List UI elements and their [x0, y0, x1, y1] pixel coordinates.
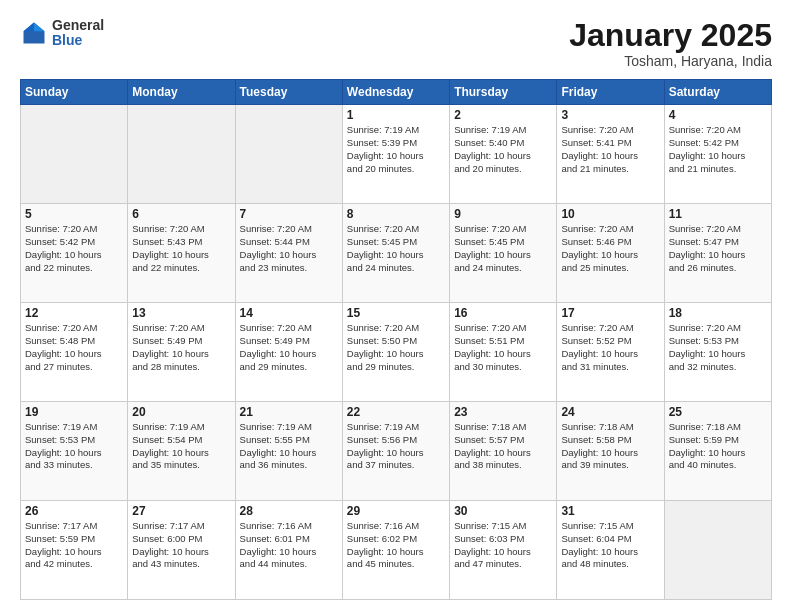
calendar-header-friday: Friday — [557, 80, 664, 105]
title-block: January 2025 Tosham, Haryana, India — [569, 18, 772, 69]
cell-date: 8 — [347, 207, 445, 221]
calendar-cell: 20Sunrise: 7:19 AM Sunset: 5:54 PM Dayli… — [128, 402, 235, 501]
cell-info: Sunrise: 7:19 AM Sunset: 5:55 PM Dayligh… — [240, 421, 338, 472]
cell-info: Sunrise: 7:20 AM Sunset: 5:53 PM Dayligh… — [669, 322, 767, 373]
cell-info: Sunrise: 7:20 AM Sunset: 5:50 PM Dayligh… — [347, 322, 445, 373]
cell-info: Sunrise: 7:20 AM Sunset: 5:52 PM Dayligh… — [561, 322, 659, 373]
cell-date: 24 — [561, 405, 659, 419]
calendar-cell: 24Sunrise: 7:18 AM Sunset: 5:58 PM Dayli… — [557, 402, 664, 501]
cell-date: 15 — [347, 306, 445, 320]
calendar-cell: 30Sunrise: 7:15 AM Sunset: 6:03 PM Dayli… — [450, 501, 557, 600]
cell-date: 19 — [25, 405, 123, 419]
cell-date: 11 — [669, 207, 767, 221]
cell-date: 14 — [240, 306, 338, 320]
calendar-cell — [664, 501, 771, 600]
calendar-cell: 18Sunrise: 7:20 AM Sunset: 5:53 PM Dayli… — [664, 303, 771, 402]
cell-info: Sunrise: 7:17 AM Sunset: 5:59 PM Dayligh… — [25, 520, 123, 571]
page: General Blue January 2025 Tosham, Haryan… — [0, 0, 792, 612]
cell-date: 17 — [561, 306, 659, 320]
calendar-cell: 11Sunrise: 7:20 AM Sunset: 5:47 PM Dayli… — [664, 204, 771, 303]
cell-date: 4 — [669, 108, 767, 122]
cell-info: Sunrise: 7:18 AM Sunset: 5:58 PM Dayligh… — [561, 421, 659, 472]
calendar-header-monday: Monday — [128, 80, 235, 105]
cell-date: 25 — [669, 405, 767, 419]
cell-info: Sunrise: 7:20 AM Sunset: 5:49 PM Dayligh… — [132, 322, 230, 373]
calendar-cell: 14Sunrise: 7:20 AM Sunset: 5:49 PM Dayli… — [235, 303, 342, 402]
cell-info: Sunrise: 7:20 AM Sunset: 5:45 PM Dayligh… — [454, 223, 552, 274]
cell-date: 2 — [454, 108, 552, 122]
cell-info: Sunrise: 7:17 AM Sunset: 6:00 PM Dayligh… — [132, 520, 230, 571]
calendar-cell: 7Sunrise: 7:20 AM Sunset: 5:44 PM Daylig… — [235, 204, 342, 303]
calendar-cell: 19Sunrise: 7:19 AM Sunset: 5:53 PM Dayli… — [21, 402, 128, 501]
logo-line1: General — [52, 18, 104, 33]
calendar-header-wednesday: Wednesday — [342, 80, 449, 105]
calendar-cell: 21Sunrise: 7:19 AM Sunset: 5:55 PM Dayli… — [235, 402, 342, 501]
cell-info: Sunrise: 7:19 AM Sunset: 5:53 PM Dayligh… — [25, 421, 123, 472]
main-title: January 2025 — [569, 18, 772, 53]
calendar-cell: 16Sunrise: 7:20 AM Sunset: 5:51 PM Dayli… — [450, 303, 557, 402]
calendar-cell: 23Sunrise: 7:18 AM Sunset: 5:57 PM Dayli… — [450, 402, 557, 501]
calendar-header-sunday: Sunday — [21, 80, 128, 105]
cell-info: Sunrise: 7:15 AM Sunset: 6:04 PM Dayligh… — [561, 520, 659, 571]
calendar-table: SundayMondayTuesdayWednesdayThursdayFrid… — [20, 79, 772, 600]
cell-date: 29 — [347, 504, 445, 518]
calendar-week-row: 19Sunrise: 7:19 AM Sunset: 5:53 PM Dayli… — [21, 402, 772, 501]
calendar-header-thursday: Thursday — [450, 80, 557, 105]
cell-date: 22 — [347, 405, 445, 419]
svg-marker-1 — [34, 23, 45, 32]
calendar-week-row: 1Sunrise: 7:19 AM Sunset: 5:39 PM Daylig… — [21, 105, 772, 204]
svg-marker-2 — [24, 23, 35, 32]
calendar-cell: 22Sunrise: 7:19 AM Sunset: 5:56 PM Dayli… — [342, 402, 449, 501]
calendar-cell: 25Sunrise: 7:18 AM Sunset: 5:59 PM Dayli… — [664, 402, 771, 501]
cell-date: 26 — [25, 504, 123, 518]
calendar-cell: 9Sunrise: 7:20 AM Sunset: 5:45 PM Daylig… — [450, 204, 557, 303]
calendar-cell — [21, 105, 128, 204]
calendar-cell: 8Sunrise: 7:20 AM Sunset: 5:45 PM Daylig… — [342, 204, 449, 303]
cell-info: Sunrise: 7:20 AM Sunset: 5:49 PM Dayligh… — [240, 322, 338, 373]
logo-line2: Blue — [52, 33, 104, 48]
cell-date: 10 — [561, 207, 659, 221]
cell-info: Sunrise: 7:16 AM Sunset: 6:02 PM Dayligh… — [347, 520, 445, 571]
calendar-cell: 10Sunrise: 7:20 AM Sunset: 5:46 PM Dayli… — [557, 204, 664, 303]
cell-date: 28 — [240, 504, 338, 518]
calendar-cell: 3Sunrise: 7:20 AM Sunset: 5:41 PM Daylig… — [557, 105, 664, 204]
calendar-header-row: SundayMondayTuesdayWednesdayThursdayFrid… — [21, 80, 772, 105]
cell-date: 5 — [25, 207, 123, 221]
cell-info: Sunrise: 7:20 AM Sunset: 5:47 PM Dayligh… — [669, 223, 767, 274]
calendar-cell — [235, 105, 342, 204]
calendar-header-tuesday: Tuesday — [235, 80, 342, 105]
cell-info: Sunrise: 7:19 AM Sunset: 5:54 PM Dayligh… — [132, 421, 230, 472]
cell-info: Sunrise: 7:20 AM Sunset: 5:41 PM Dayligh… — [561, 124, 659, 175]
calendar-cell: 26Sunrise: 7:17 AM Sunset: 5:59 PM Dayli… — [21, 501, 128, 600]
cell-info: Sunrise: 7:20 AM Sunset: 5:42 PM Dayligh… — [25, 223, 123, 274]
calendar-cell — [128, 105, 235, 204]
cell-date: 23 — [454, 405, 552, 419]
calendar-cell: 12Sunrise: 7:20 AM Sunset: 5:48 PM Dayli… — [21, 303, 128, 402]
calendar-week-row: 5Sunrise: 7:20 AM Sunset: 5:42 PM Daylig… — [21, 204, 772, 303]
cell-info: Sunrise: 7:20 AM Sunset: 5:45 PM Dayligh… — [347, 223, 445, 274]
calendar-cell: 31Sunrise: 7:15 AM Sunset: 6:04 PM Dayli… — [557, 501, 664, 600]
cell-info: Sunrise: 7:20 AM Sunset: 5:43 PM Dayligh… — [132, 223, 230, 274]
calendar-cell: 1Sunrise: 7:19 AM Sunset: 5:39 PM Daylig… — [342, 105, 449, 204]
logo-text: General Blue — [52, 18, 104, 49]
calendar-week-row: 26Sunrise: 7:17 AM Sunset: 5:59 PM Dayli… — [21, 501, 772, 600]
cell-info: Sunrise: 7:19 AM Sunset: 5:40 PM Dayligh… — [454, 124, 552, 175]
cell-info: Sunrise: 7:20 AM Sunset: 5:44 PM Dayligh… — [240, 223, 338, 274]
calendar-cell: 5Sunrise: 7:20 AM Sunset: 5:42 PM Daylig… — [21, 204, 128, 303]
cell-date: 20 — [132, 405, 230, 419]
cell-date: 16 — [454, 306, 552, 320]
calendar-cell: 29Sunrise: 7:16 AM Sunset: 6:02 PM Dayli… — [342, 501, 449, 600]
calendar-cell: 15Sunrise: 7:20 AM Sunset: 5:50 PM Dayli… — [342, 303, 449, 402]
logo: General Blue — [20, 18, 104, 49]
cell-date: 31 — [561, 504, 659, 518]
calendar-cell: 28Sunrise: 7:16 AM Sunset: 6:01 PM Dayli… — [235, 501, 342, 600]
cell-date: 6 — [132, 207, 230, 221]
cell-info: Sunrise: 7:16 AM Sunset: 6:01 PM Dayligh… — [240, 520, 338, 571]
cell-date: 30 — [454, 504, 552, 518]
calendar-cell: 6Sunrise: 7:20 AM Sunset: 5:43 PM Daylig… — [128, 204, 235, 303]
calendar-cell: 4Sunrise: 7:20 AM Sunset: 5:42 PM Daylig… — [664, 105, 771, 204]
cell-info: Sunrise: 7:20 AM Sunset: 5:42 PM Dayligh… — [669, 124, 767, 175]
cell-date: 1 — [347, 108, 445, 122]
logo-icon — [20, 19, 48, 47]
cell-date: 27 — [132, 504, 230, 518]
